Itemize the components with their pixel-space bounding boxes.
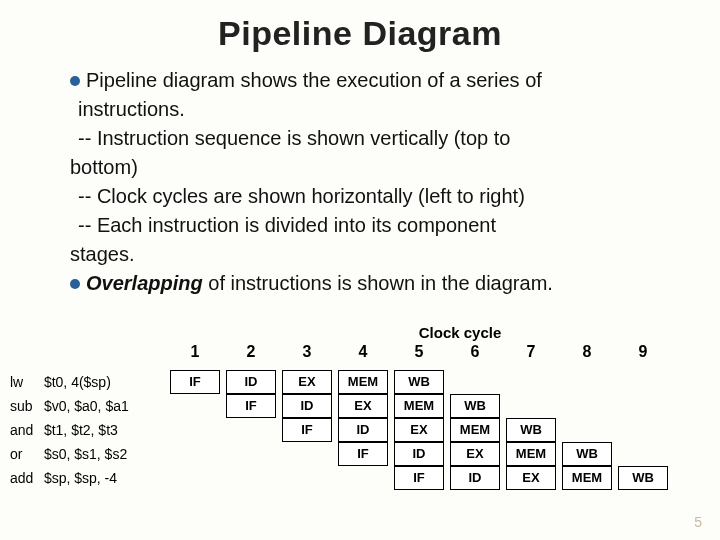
stage-mem: MEM <box>338 370 388 394</box>
stage-mem: MEM <box>506 442 556 466</box>
instr-label: add $sp, $sp, -4 <box>10 470 117 486</box>
stage-id: ID <box>394 442 444 466</box>
bullet2-tail: of instructions is shown in the diagram. <box>203 272 553 294</box>
cycle-num: 3 <box>282 343 332 361</box>
slide-title: Pipeline Diagram <box>0 0 720 53</box>
stage-if: IF <box>338 442 388 466</box>
stage-wb: WB <box>394 370 444 394</box>
bullet-icon <box>70 76 80 86</box>
stage-id: ID <box>226 370 276 394</box>
cycle-num: 8 <box>562 343 612 361</box>
stage-mem: MEM <box>394 394 444 418</box>
stage-if: IF <box>394 466 444 490</box>
stage-id: ID <box>282 394 332 418</box>
bullet-icon <box>70 279 80 289</box>
stage-ex: EX <box>450 442 500 466</box>
cycle-num: 1 <box>170 343 220 361</box>
stage-id: ID <box>450 466 500 490</box>
instr-label: or $s0, $s1, $s2 <box>10 446 127 462</box>
instr-label: and $t1, $t2, $t3 <box>10 422 118 438</box>
stage-mem: MEM <box>562 466 612 490</box>
bullet1-line2: instructions. <box>78 96 680 123</box>
bullet2-lead: Overlapping <box>86 272 203 294</box>
stage-wb: WB <box>562 442 612 466</box>
body-text: Pipeline diagram shows the execution of … <box>0 53 720 297</box>
instr-label: lw $t0, 4($sp) <box>10 374 111 390</box>
instr-label: sub $v0, $a0, $a1 <box>10 398 129 414</box>
cycle-num: 5 <box>394 343 444 361</box>
stage-wb: WB <box>450 394 500 418</box>
cycle-num: 2 <box>226 343 276 361</box>
dash3a: -- Each instruction is divided into its … <box>78 212 680 239</box>
page-number: 5 <box>694 514 702 530</box>
stage-if: IF <box>282 418 332 442</box>
dash3b: stages. <box>70 241 680 268</box>
bullet1-line1: Pipeline diagram shows the execution of … <box>86 69 542 91</box>
stage-mem: MEM <box>450 418 500 442</box>
stage-if: IF <box>226 394 276 418</box>
stage-if: IF <box>170 370 220 394</box>
cycle-num: 6 <box>450 343 500 361</box>
stage-wb: WB <box>506 418 556 442</box>
cycle-num: 7 <box>506 343 556 361</box>
stage-ex: EX <box>394 418 444 442</box>
stage-wb: WB <box>618 466 668 490</box>
clock-cycle-label: Clock cycle <box>390 324 530 341</box>
dash1b: bottom) <box>70 154 680 181</box>
dash2: -- Clock cycles are shown horizontally (… <box>78 183 680 210</box>
cycle-num: 9 <box>618 343 668 361</box>
stage-ex: EX <box>506 466 556 490</box>
stage-id: ID <box>338 418 388 442</box>
stage-ex: EX <box>338 394 388 418</box>
stage-ex: EX <box>282 370 332 394</box>
cycle-num: 4 <box>338 343 388 361</box>
dash1a: -- Instruction sequence is shown vertica… <box>78 125 680 152</box>
